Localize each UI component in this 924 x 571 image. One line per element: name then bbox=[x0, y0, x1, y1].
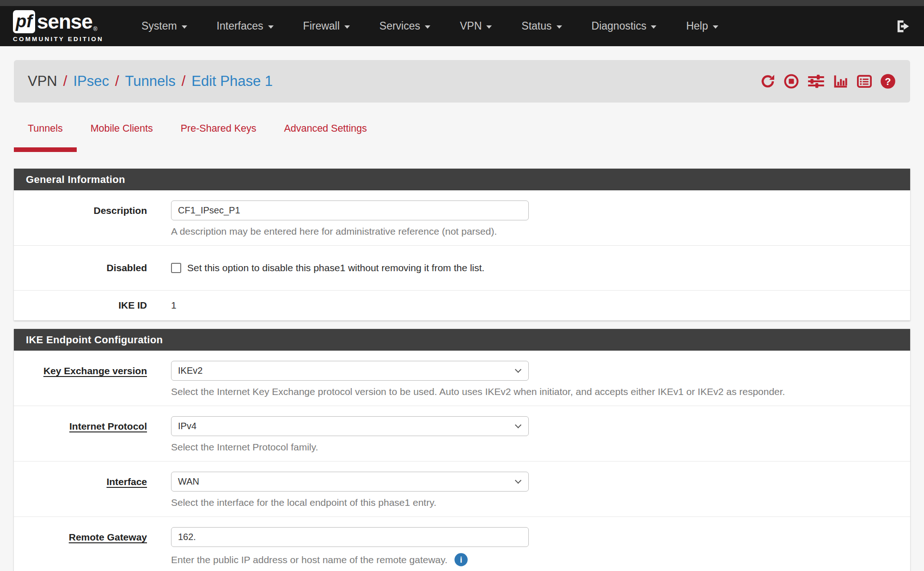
sliders-icon[interactable] bbox=[807, 73, 826, 90]
caret-down-icon bbox=[344, 25, 350, 29]
description-row: Description A description may be entered… bbox=[14, 190, 910, 246]
stop-icon[interactable] bbox=[783, 73, 800, 90]
nav-system[interactable]: System bbox=[127, 20, 202, 32]
internet-protocol-select[interactable]: IPv4 bbox=[171, 416, 529, 436]
breadcrumb-vpn: VPN bbox=[28, 73, 57, 90]
interface-select[interactable]: WAN bbox=[171, 472, 529, 492]
tab-mobile-clients[interactable]: Mobile Clients bbox=[77, 118, 167, 152]
nav-label: Status bbox=[521, 20, 551, 32]
sign-out-icon[interactable] bbox=[894, 18, 911, 35]
field-help: Select the interface for the local endpo… bbox=[171, 497, 910, 508]
breadcrumb-separator: / bbox=[182, 73, 186, 90]
select-value: IKEv2 bbox=[178, 365, 202, 376]
field-help: Select the Internet Protocol family. bbox=[171, 442, 910, 453]
caret-down-icon bbox=[268, 25, 274, 29]
nav-help[interactable]: Help bbox=[671, 20, 733, 32]
field-label: Remote Gateway bbox=[14, 527, 147, 567]
general-information-panel: General Information Description A descri… bbox=[14, 169, 910, 321]
field-label: Key Exchange version bbox=[14, 361, 147, 397]
key-exchange-version-select[interactable]: IKEv2 bbox=[171, 361, 529, 381]
info-icon[interactable]: i bbox=[454, 553, 468, 567]
select-value: IPv4 bbox=[178, 421, 196, 431]
field-label: IKE ID bbox=[14, 300, 147, 311]
ike-id-row: IKE ID 1 bbox=[14, 291, 910, 321]
breadcrumb-tunnels[interactable]: Tunnels bbox=[125, 73, 176, 90]
pf-logo-box: pf bbox=[13, 10, 35, 33]
nav-label: Services bbox=[379, 20, 420, 32]
field-label: Internet Protocol bbox=[14, 416, 147, 453]
main-menu: System Interfaces Firewall Services VPN … bbox=[127, 20, 733, 32]
field-label: Disabled bbox=[14, 262, 147, 273]
caret-down-icon bbox=[425, 25, 430, 29]
panel-title: IKE Endpoint Configuration bbox=[14, 329, 910, 351]
nav-label: Help bbox=[686, 20, 708, 32]
description-input[interactable] bbox=[171, 200, 529, 220]
nav-status[interactable]: Status bbox=[507, 20, 576, 32]
field-help: A description may be entered here for ad… bbox=[171, 226, 910, 237]
nav-label: Firewall bbox=[303, 20, 340, 32]
breadcrumb-bar: VPN / IPsec / Tunnels / Edit Phase 1 bbox=[14, 60, 910, 103]
field-label: Description bbox=[14, 200, 147, 237]
nav-label: System bbox=[141, 20, 177, 32]
nav-firewall[interactable]: Firewall bbox=[288, 20, 365, 32]
chevron-down-icon bbox=[515, 477, 521, 484]
select-value: WAN bbox=[178, 476, 199, 487]
log-icon[interactable] bbox=[856, 73, 873, 90]
caret-down-icon bbox=[713, 25, 718, 29]
internet-protocol-row: Internet Protocol IPv4 Select the Intern… bbox=[14, 406, 910, 462]
help-icon[interactable]: ? bbox=[880, 73, 896, 90]
top-navbar: pf sense ® COMMUNITY EDITION System Inte… bbox=[0, 0, 924, 46]
ike-id-value: 1 bbox=[171, 300, 910, 311]
brand-subtitle: COMMUNITY EDITION bbox=[13, 36, 104, 43]
panel-title: General Information bbox=[14, 169, 910, 190]
caret-down-icon bbox=[182, 25, 187, 29]
remote-gateway-row: Remote Gateway Enter the public IP addre… bbox=[14, 517, 910, 571]
nav-label: Diagnostics bbox=[592, 20, 647, 32]
nav-diagnostics[interactable]: Diagnostics bbox=[577, 20, 672, 32]
nav-label: VPN bbox=[460, 20, 482, 32]
nav-interfaces[interactable]: Interfaces bbox=[202, 20, 288, 32]
checkbox-label: Set this option to disable this phase1 w… bbox=[187, 262, 484, 273]
pf-logo-text: pf bbox=[16, 12, 32, 31]
breadcrumb: VPN / IPsec / Tunnels / Edit Phase 1 bbox=[28, 73, 273, 90]
disabled-row: Disabled Set this option to disable this… bbox=[14, 246, 910, 291]
tab-advanced-settings[interactable]: Advanced Settings bbox=[270, 118, 380, 152]
caret-down-icon bbox=[486, 25, 492, 29]
tab-tunnels[interactable]: Tunnels bbox=[14, 118, 77, 152]
nav-services[interactable]: Services bbox=[365, 20, 445, 32]
pfsense-logo[interactable]: pf sense ® COMMUNITY EDITION bbox=[13, 10, 104, 43]
refresh-icon[interactable] bbox=[759, 73, 776, 90]
field-label: Interface bbox=[14, 472, 147, 508]
field-help: Select the Internet Key Exchange protoco… bbox=[171, 386, 910, 397]
remote-gateway-input[interactable] bbox=[171, 527, 529, 547]
ike-endpoint-configuration-panel: IKE Endpoint Configuration Key Exchange … bbox=[14, 329, 910, 571]
caret-down-icon bbox=[557, 25, 562, 29]
brand-name: sense bbox=[37, 10, 92, 33]
interface-row: Interface WAN Select the interface for t… bbox=[14, 462, 910, 517]
navbar-top-strip bbox=[0, 0, 924, 6]
field-help: Enter the public IP address or host name… bbox=[171, 554, 447, 565]
registered-mark: ® bbox=[93, 25, 98, 33]
tab-bar: Tunnels Mobile Clients Pre-Shared Keys A… bbox=[14, 118, 910, 152]
breadcrumb-ipsec[interactable]: IPsec bbox=[73, 73, 109, 90]
page-action-icons: ? bbox=[759, 73, 896, 90]
tab-pre-shared-keys[interactable]: Pre-Shared Keys bbox=[167, 118, 270, 152]
breadcrumb-separator: / bbox=[115, 73, 119, 90]
breadcrumb-edit-phase-1[interactable]: Edit Phase 1 bbox=[191, 73, 273, 90]
chevron-down-icon bbox=[515, 422, 521, 428]
caret-down-icon bbox=[651, 25, 656, 29]
breadcrumb-separator: / bbox=[63, 73, 67, 90]
bar-chart-icon[interactable] bbox=[832, 73, 849, 90]
disabled-checkbox[interactable] bbox=[171, 263, 181, 273]
svg-text:?: ? bbox=[885, 76, 891, 87]
key-exchange-version-row: Key Exchange version IKEv2 Select the In… bbox=[14, 351, 910, 406]
nav-label: Interfaces bbox=[217, 20, 263, 32]
svg-text:i: i bbox=[460, 555, 462, 565]
chevron-down-icon bbox=[515, 366, 521, 373]
nav-vpn[interactable]: VPN bbox=[445, 20, 507, 32]
